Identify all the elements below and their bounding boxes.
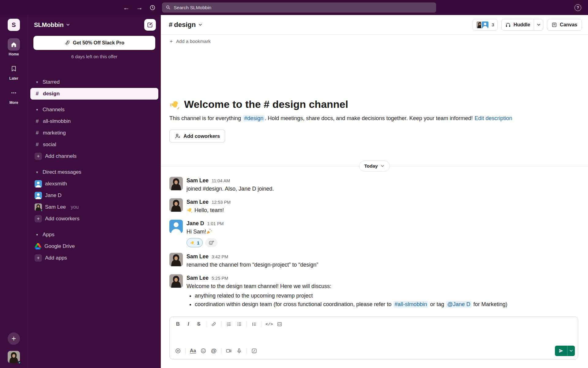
attach-plus-button[interactable] <box>173 346 183 356</box>
avatar[interactable] <box>169 253 183 266</box>
code-block-button[interactable] <box>274 319 285 329</box>
canvas-button[interactable]: Canvas <box>547 19 582 31</box>
message-row: Jane D 1:01 PM Hi Sam! 1 <box>161 220 588 247</box>
member-facepile-button[interactable]: 3 <box>473 19 498 31</box>
section-header-apps[interactable]: ▾ Apps <box>30 229 158 241</box>
avatar <box>35 180 42 188</box>
message-author[interactable]: Sam Lee <box>187 198 209 206</box>
message-author[interactable]: Sam Lee <box>187 274 209 282</box>
audio-clip-button[interactable] <box>234 346 244 356</box>
formatting-toggle-button[interactable]: Aa <box>188 346 198 356</box>
bullet-text: coordination within design team (for cro… <box>195 301 391 307</box>
sidebar-item-channel-design[interactable]: # design <box>30 88 158 100</box>
wave-emoji <box>187 207 193 213</box>
rail-later-label: Later <box>9 76 18 81</box>
caret-down-icon: ▾ <box>35 233 40 237</box>
message-input[interactable] <box>170 329 578 345</box>
date-pill-today[interactable]: Today <box>359 161 390 172</box>
section-header-starred[interactable]: ▾ Starred <box>30 76 158 88</box>
video-clip-button[interactable] <box>224 346 234 356</box>
bullet-item: anything related to the upcoming revamp … <box>195 291 507 300</box>
channel-title-button[interactable]: # design <box>169 21 202 29</box>
history-back-button[interactable]: ← <box>123 4 130 11</box>
italic-button[interactable]: I <box>183 319 194 329</box>
chevron-down-icon <box>198 23 202 27</box>
edit-description-link[interactable]: Edit description <box>475 115 512 121</box>
add-coworkers-sidebar-button[interactable]: + Add coworkers <box>30 213 158 225</box>
blockquote-button[interactable] <box>249 319 259 329</box>
search-input[interactable] <box>162 2 436 13</box>
shortcuts-button[interactable] <box>249 346 259 356</box>
workspace-name-button[interactable]: SLMobbin <box>34 21 70 28</box>
ordered-list-button[interactable] <box>224 319 234 329</box>
huddle-split-button: Huddle <box>501 19 543 31</box>
sidebar-item-channel-all-slmobbin[interactable]: # all-slmobbin <box>30 116 158 127</box>
message-timestamp[interactable]: 11:04 AM <box>212 177 230 185</box>
promo-label: Get 50% Off Slack Pro <box>73 40 124 46</box>
bold-button[interactable]: B <box>173 319 183 329</box>
huddle-options-button[interactable] <box>534 19 543 30</box>
upgrade-offer-button[interactable]: Get 50% Off Slack Pro <box>33 36 155 50</box>
avatar[interactable] <box>169 198 183 212</box>
hash-icon: # <box>169 21 172 29</box>
reaction-wave-pill[interactable]: 1 <box>187 238 203 247</box>
mention-jane-d[interactable]: @Jane D <box>446 301 471 308</box>
hash-icon: # <box>35 130 40 136</box>
search-bar[interactable] <box>162 2 436 13</box>
rail-item-later[interactable]: Later <box>8 63 20 81</box>
add-coworkers-button[interactable]: Add coworkers <box>169 130 225 142</box>
sidebar-item-app-google-drive[interactable]: Google Drive <box>30 241 158 252</box>
avatar[interactable] <box>169 177 183 190</box>
sidebar-item-channel-social[interactable]: # social <box>30 139 158 150</box>
section-label: Apps <box>43 232 55 238</box>
channel-label: all-slmobbin <box>43 118 71 124</box>
channel-link-design[interactable]: #design <box>243 115 265 122</box>
huddle-button[interactable]: Huddle <box>502 19 534 30</box>
sidebar-item-dm-jane-d[interactable]: Jane D <box>30 190 158 201</box>
message-author[interactable]: Sam Lee <box>187 177 209 184</box>
link-button[interactable] <box>209 319 219 329</box>
mention-button[interactable]: @ <box>209 346 219 356</box>
history-forward-button[interactable]: → <box>136 4 143 11</box>
new-message-button[interactable] <box>144 19 156 31</box>
rail-item-more[interactable]: More <box>8 87 20 105</box>
sidebar-item-dm-alexsmith[interactable]: alexsmith <box>30 178 158 190</box>
message-timestamp[interactable]: 3:42 PM <box>212 253 228 261</box>
canvas-label: Canvas <box>560 22 577 28</box>
add-reaction-button[interactable] <box>205 238 217 247</box>
sidebar-item-dm-sam-lee[interactable]: Sam Lee you <box>30 201 158 213</box>
plus-icon <box>11 336 17 342</box>
message-author[interactable]: Sam Lee <box>187 253 209 260</box>
message-timestamp[interactable]: 5:25 PM <box>212 275 228 282</box>
message-timestamp[interactable]: 12:53 PM <box>212 199 231 206</box>
sidebar-item-channel-marketing[interactable]: # marketing <box>30 127 158 139</box>
avatar[interactable] <box>169 274 183 288</box>
help-icon[interactable]: ? <box>575 4 581 11</box>
add-channels-button[interactable]: + Add channels <box>30 150 158 162</box>
rail-item-home[interactable]: Home <box>8 38 20 56</box>
message-text: Welcome to the design team channel! Here… <box>187 283 507 290</box>
wave-emoji <box>169 99 180 110</box>
add-bookmark-button[interactable]: Add a bookmark <box>161 35 588 48</box>
send-button[interactable] <box>555 346 567 356</box>
emoji-button[interactable] <box>198 346 209 356</box>
headphones-icon <box>505 22 511 28</box>
history-icon[interactable] <box>149 5 156 11</box>
create-new-button[interactable] <box>8 332 20 345</box>
workspace-switcher-button[interactable]: S <box>8 19 20 31</box>
message-author[interactable]: Jane D <box>187 220 204 227</box>
date-divider: Today <box>161 160 588 172</box>
section-header-direct-messages[interactable]: ▾ Direct messages <box>30 166 158 178</box>
avatar[interactable] <box>169 220 183 233</box>
hash-icon: # <box>35 142 40 148</box>
bulleted-list-button[interactable] <box>234 319 244 329</box>
send-options-button[interactable] <box>567 346 575 356</box>
channel-link-all-slmobbin[interactable]: #all-slmobbin <box>393 301 428 308</box>
inline-code-button[interactable]: </> <box>264 319 274 329</box>
message-timestamp[interactable]: 1:01 PM <box>207 220 224 228</box>
channel-welcome: Welcome to the # design channel This cha… <box>161 98 588 160</box>
strikethrough-button[interactable]: S <box>194 319 204 329</box>
add-apps-button[interactable]: + Add apps <box>30 252 158 264</box>
user-avatar[interactable] <box>8 351 20 363</box>
section-header-channels[interactable]: ▾ Channels <box>30 104 158 116</box>
